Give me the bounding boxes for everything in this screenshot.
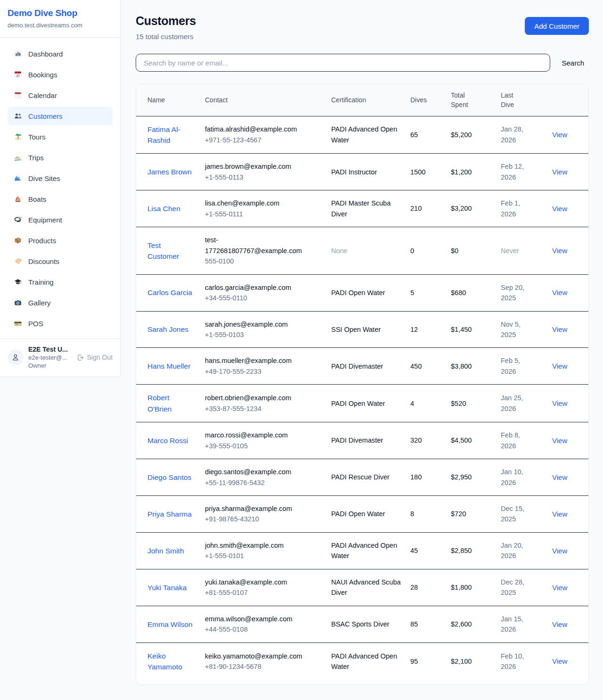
customer-name-link[interactable]: Robert O'Brien [147, 392, 194, 414]
sidebar-item-equipment[interactable]: Equipment [8, 210, 113, 229]
view-customer-link[interactable]: View [552, 510, 567, 518]
customer-total-spent: $2,600 [451, 620, 472, 628]
customer-name-link[interactable]: Marco Rossi [147, 435, 188, 446]
table-row: Keiko Yamamoto keiko.yamamoto@example.co… [136, 642, 588, 680]
sidebar-item-bookings[interactable]: 17 Bookings [8, 65, 113, 84]
customer-last-dive: Never [501, 246, 519, 256]
customer-name-link[interactable]: Sarah Jones [147, 324, 188, 335]
col-header-certification: Certification [331, 84, 410, 116]
customer-last-dive: Jan 10, 2026 [501, 467, 530, 488]
table-row: Robert O'Brien robert.obrien@example.com… [136, 385, 588, 422]
customer-dives: 12 [410, 326, 418, 333]
svg-text:17: 17 [16, 74, 20, 77]
sidebar-item-dive-sites[interactable]: Dive Sites [8, 169, 113, 188]
view-customer-link[interactable]: View [552, 436, 567, 445]
customer-name-link[interactable]: John Smith [147, 545, 184, 556]
view-customer-link[interactable]: View [552, 547, 567, 555]
customer-certification: PADI Open Water [331, 510, 385, 518]
customer-total-spent: $2,100 [451, 658, 472, 665]
customer-last-dive: Jan 15, 2026 [501, 614, 530, 635]
customer-email: sarah.jones@example.com [205, 319, 326, 329]
view-customer-link[interactable]: View [552, 131, 567, 139]
search-input[interactable] [136, 54, 550, 72]
customer-name-link[interactable]: Yuki Tanaka [147, 582, 187, 593]
customer-email: john.smith@example.com [205, 540, 326, 551]
view-customer-link[interactable]: View [552, 584, 567, 592]
customer-dives: 5 [410, 289, 414, 296]
customer-email: lisa.chen@example.com [205, 198, 326, 208]
sign-out-button[interactable]: Sign Out [76, 354, 113, 362]
search-row: Search [136, 54, 589, 72]
customer-last-dive: Jan 20, 2026 [501, 540, 530, 561]
table-row: Priya Sharma priya.sharma@example.com +9… [136, 496, 588, 533]
sidebar-item-tours[interactable]: Tours [8, 127, 113, 146]
bookings-calendar-icon: 17 [13, 70, 22, 79]
customer-name-link[interactable]: Priya Sharma [147, 509, 192, 519]
customer-name-link[interactable]: Hans Mueller [147, 361, 190, 371]
table-row: James Brown james.brown@example.com +1-5… [136, 154, 588, 190]
title-group: Customers 15 total customers [136, 14, 196, 41]
customer-total-spent: $520 [451, 400, 466, 407]
customer-name-link[interactable]: Diego Santos [147, 472, 191, 483]
customer-name-link[interactable]: Emma Wilson [147, 619, 193, 630]
sidebar-item-gallery[interactable]: Gallery [8, 293, 113, 312]
customer-name-link[interactable]: Test Customer [147, 240, 194, 262]
customer-dives: 28 [410, 584, 418, 591]
sidebar-item-customers[interactable]: Customers [8, 107, 113, 125]
view-customer-link[interactable]: View [552, 325, 567, 333]
customer-certification: SSI Open Water [331, 326, 381, 333]
customer-certification: NAUI Advanced Scuba Diver [331, 578, 401, 596]
sidebar-item-discounts[interactable]: Discounts [8, 252, 113, 271]
table-row: Diego Santos diego.santos@example.com +5… [136, 459, 588, 496]
view-customer-link[interactable]: View [552, 168, 567, 176]
customer-certification: PADI Rescue Diver [331, 473, 390, 481]
customer-dives: 1500 [410, 168, 425, 176]
customer-name-link[interactable]: Lisa Chen [147, 203, 180, 214]
customer-total-spent: $3,200 [451, 205, 472, 212]
brand-domain: demo.test.divestreams.com [8, 22, 113, 29]
add-customer-button[interactable]: Add Customer [525, 17, 589, 35]
customer-dives: 4 [410, 400, 414, 407]
customer-certification: PADI Divemaster [331, 436, 383, 444]
people-icon [13, 112, 22, 121]
customer-name-link[interactable]: Carlos Garcia [147, 287, 192, 298]
view-customer-link[interactable]: View [552, 473, 567, 481]
view-customer-link[interactable]: View [552, 205, 567, 213]
customer-phone: +49-170-555-2233 [205, 366, 326, 377]
customer-dives: 95 [410, 658, 418, 665]
view-customer-link[interactable]: View [552, 362, 567, 370]
table-row: Test Customer test-1772681807767@example… [136, 227, 588, 274]
tag-icon [13, 257, 22, 266]
customer-last-dive: Nov 5, 2025 [501, 319, 530, 340]
sidebar-item-pos[interactable]: POS [8, 314, 113, 333]
col-header-last-dive: Last Dive [501, 84, 552, 116]
customer-name-link[interactable]: Keiko Yamamoto [147, 651, 194, 673]
view-customer-link[interactable]: View [552, 247, 567, 255]
customer-dives: 210 [410, 205, 422, 212]
customer-name-link[interactable]: Fatima Al-Rashid [147, 124, 194, 146]
view-customer-link[interactable]: View [552, 399, 567, 407]
brand-block: Demo Dive Shop demo.test.divestreams.com [0, 0, 120, 38]
col-header-contact: Contact [205, 84, 331, 116]
sidebar-item-trips[interactable]: Trips [8, 148, 113, 167]
sidebar-item-boats[interactable]: Boats [8, 189, 113, 208]
sidebar-item-dashboard[interactable]: Dashboard [8, 44, 113, 63]
view-customer-link[interactable]: View [552, 288, 567, 296]
sidebar-item-products[interactable]: Products [8, 231, 113, 250]
customer-name-link[interactable]: James Brown [147, 166, 192, 177]
sidebar-item-training[interactable]: Training [8, 272, 113, 291]
view-customer-link[interactable]: View [552, 657, 567, 665]
customer-last-dive: Sep 20, 2025 [501, 282, 530, 304]
customer-total-spent: $1,450 [451, 326, 472, 333]
customer-last-dive: Dec 15, 2025 [501, 503, 530, 525]
user-info: E2E Test U... e2e-tester@... Owner [28, 346, 72, 369]
search-button[interactable]: Search [557, 56, 589, 70]
customer-total-spent: $1,800 [451, 584, 472, 591]
view-customer-link[interactable]: View [552, 620, 567, 628]
customer-phone: +34-555-0110 [205, 293, 326, 303]
person-icon [11, 353, 20, 362]
customer-last-dive: Feb 5, 2026 [501, 355, 530, 377]
user-email: e2e-tester@... [28, 354, 72, 361]
sidebar-item-calendar[interactable]: Calendar [8, 86, 113, 105]
customer-last-dive: Jan 25, 2026 [501, 393, 530, 414]
